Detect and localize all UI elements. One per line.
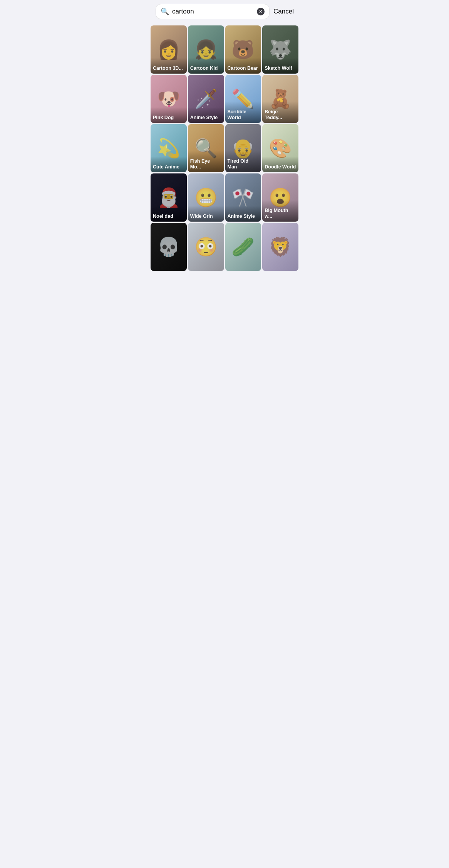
grid-item[interactable]: 🧸Beige Teddy...: [262, 75, 298, 123]
grid-item[interactable]: 🗡️Anime Style: [188, 75, 224, 123]
grid-item[interactable]: 💫Cute Anime: [151, 124, 187, 172]
filter-thumbnail: 💀: [151, 223, 187, 271]
grid-item[interactable]: 👧Cartoon Kid: [188, 25, 224, 74]
grid-item[interactable]: 🐻Cartoon Bear: [225, 25, 261, 74]
grid-item[interactable]: 😳: [188, 223, 224, 271]
grid-item[interactable]: 👴Tired Old Man: [225, 124, 261, 172]
search-bar: 🔍 ✕ Cancel: [149, 0, 300, 23]
filter-label: Cartoon 3D...: [151, 58, 187, 74]
filter-label: Noel dad: [151, 206, 187, 222]
filter-thumbnail: 😳: [188, 223, 224, 271]
grid-item[interactable]: 🐺Sketch Wolf: [262, 25, 298, 74]
cancel-button[interactable]: Cancel: [273, 8, 294, 15]
grid-item[interactable]: 🎨Doodle World: [262, 124, 298, 172]
grid-item[interactable]: 🎌Anime Style: [225, 173, 261, 222]
filter-label: Sketch Wolf: [262, 58, 298, 74]
clear-search-button[interactable]: ✕: [257, 8, 265, 15]
grid-item[interactable]: 💀: [151, 223, 187, 271]
search-icon: 🔍: [161, 7, 169, 16]
filter-thumbnail: 🦁: [262, 223, 298, 271]
filter-label: Beige Teddy...: [262, 101, 298, 123]
filter-label: Fish Eye Mo...: [188, 151, 224, 172]
grid-item[interactable]: 🥒: [225, 223, 261, 271]
grid-item[interactable]: 🎅Noel dad: [151, 173, 187, 222]
grid-item[interactable]: ✏️Scribble World: [225, 75, 261, 123]
grid-item[interactable]: 😬Wide Grin: [188, 173, 224, 222]
filter-label: Doodle World: [262, 156, 298, 172]
search-input-wrapper: 🔍 ✕: [156, 4, 270, 19]
grid-item[interactable]: 🦁: [262, 223, 298, 271]
grid-item[interactable]: 🔍Fish Eye Mo...: [188, 124, 224, 172]
filter-label: Anime Style: [225, 206, 261, 222]
filter-label: Cute Anime: [151, 156, 187, 172]
filter-label: Tired Old Man: [225, 151, 261, 172]
filter-label: Cartoon Bear: [225, 58, 261, 74]
filter-label: Wide Grin: [188, 206, 224, 222]
filter-label: Cartoon Kid: [188, 58, 224, 74]
filter-thumbnail: 🥒: [225, 223, 261, 271]
grid-item[interactable]: 👩Cartoon 3D...: [151, 25, 187, 74]
filter-label: Big Mouth w...: [262, 200, 298, 222]
search-input[interactable]: [172, 8, 254, 15]
filter-grid: 👩Cartoon 3D...👧Cartoon Kid🐻Cartoon Bear🐺…: [149, 23, 300, 273]
filter-label: Scribble World: [225, 101, 261, 123]
grid-item[interactable]: 🐶Pink Dog: [151, 75, 187, 123]
filter-label: Pink Dog: [151, 107, 187, 123]
filter-label: Anime Style: [188, 107, 224, 123]
grid-item[interactable]: 😮Big Mouth w...: [262, 173, 298, 222]
